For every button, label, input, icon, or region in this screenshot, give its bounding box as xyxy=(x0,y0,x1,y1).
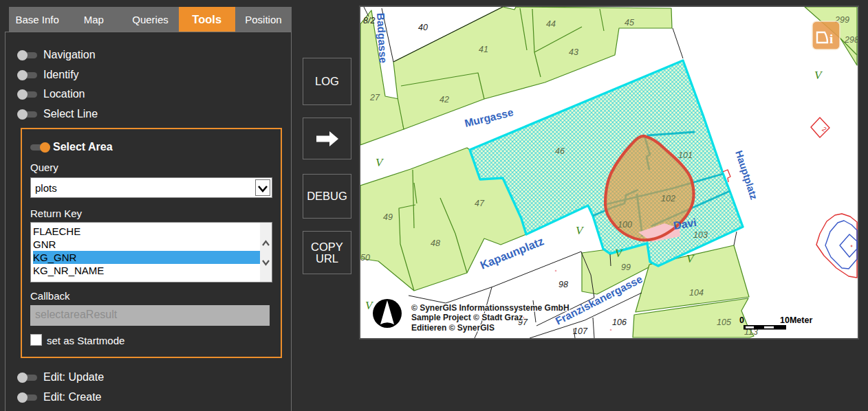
svg-text:48: 48 xyxy=(431,238,440,248)
svg-text:V: V xyxy=(365,299,374,312)
svg-text:47: 47 xyxy=(475,199,485,208)
svg-text:Davi: Davi xyxy=(673,216,697,232)
svg-text:45: 45 xyxy=(625,18,634,27)
svg-text:42: 42 xyxy=(440,95,449,104)
svg-text:98: 98 xyxy=(558,280,568,289)
svg-text:100: 100 xyxy=(618,220,632,230)
svg-text:103: 103 xyxy=(693,230,708,240)
svg-text:106: 106 xyxy=(612,318,627,327)
svg-text:99: 99 xyxy=(621,263,631,272)
svg-text:Hauptplatz: Hauptplatz xyxy=(733,149,759,201)
svg-text:298: 298 xyxy=(844,35,858,45)
svg-text:8/2: 8/2 xyxy=(363,16,375,25)
svg-text:Sample Project © Stadt Graz: Sample Project © Stadt Graz xyxy=(411,313,523,322)
svg-text:Murgasse: Murgasse xyxy=(464,106,515,129)
svg-text:V: V xyxy=(576,224,585,237)
svg-text:107: 107 xyxy=(573,326,588,336)
svg-text:44: 44 xyxy=(546,19,556,29)
svg-text:40: 40 xyxy=(418,23,428,32)
svg-text:49: 49 xyxy=(383,212,393,222)
svg-text:43: 43 xyxy=(569,47,578,57)
svg-text:27: 27 xyxy=(369,93,380,102)
svg-text:50: 50 xyxy=(360,253,370,263)
svg-text:10Meter: 10Meter xyxy=(780,315,812,325)
svg-text:Editieren © SynerGIS: Editieren © SynerGIS xyxy=(411,323,495,333)
svg-text:105: 105 xyxy=(717,318,731,327)
svg-text:V: V xyxy=(686,252,695,265)
svg-text:Kapaunplatz: Kapaunplatz xyxy=(478,234,545,271)
svg-text:102: 102 xyxy=(661,194,675,203)
svg-text:V: V xyxy=(814,69,823,82)
svg-text:Badgasse: Badgasse xyxy=(375,12,389,63)
svg-text:V: V xyxy=(376,156,384,169)
svg-text:46: 46 xyxy=(555,146,565,156)
svg-text:V: V xyxy=(615,247,624,260)
svg-text:© SynerGIS Informationssysteme: © SynerGIS Informationssysteme GmbH xyxy=(411,303,569,313)
svg-text:104: 104 xyxy=(689,288,704,298)
svg-text:101: 101 xyxy=(678,151,693,160)
svg-text:0: 0 xyxy=(739,315,744,325)
svg-text:i: i xyxy=(829,32,833,46)
svg-text:41: 41 xyxy=(479,45,488,54)
